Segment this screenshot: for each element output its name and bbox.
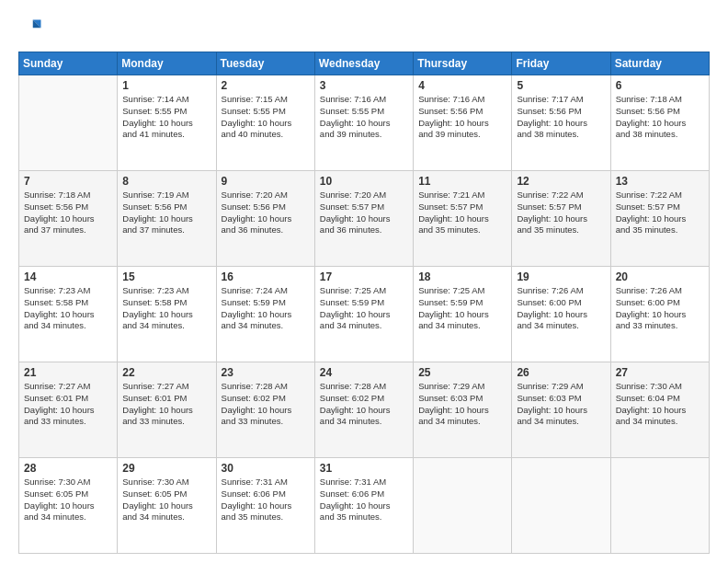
day-info: Sunrise: 7:26 AM Sunset: 6:00 PM Dayligh… (517, 285, 605, 332)
calendar-cell: 22Sunrise: 7:27 AM Sunset: 6:01 PM Dayli… (118, 362, 216, 458)
calendar-cell: 25Sunrise: 7:29 AM Sunset: 6:03 PM Dayli… (414, 362, 512, 458)
day-number: 9 (222, 175, 310, 188)
calendar-cell: 10Sunrise: 7:20 AM Sunset: 5:57 PM Dayli… (314, 171, 413, 267)
day-number: 5 (517, 79, 605, 92)
calendar-cell: 20Sunrise: 7:26 AM Sunset: 6:00 PM Dayli… (610, 267, 709, 362)
logo-icon (18, 17, 44, 42)
calendar-cell: 15Sunrise: 7:23 AM Sunset: 5:58 PM Dayli… (118, 267, 216, 362)
calendar-cell: 30Sunrise: 7:31 AM Sunset: 6:06 PM Dayli… (216, 458, 314, 554)
day-info: Sunrise: 7:16 AM Sunset: 5:55 PM Dayligh… (320, 94, 408, 141)
calendar-table: SundayMondayTuesdayWednesdayThursdayFrid… (18, 52, 710, 554)
col-header-friday: Friday (512, 52, 610, 75)
day-info: Sunrise: 7:31 AM Sunset: 6:06 PM Dayligh… (222, 477, 310, 523)
day-number: 6 (616, 79, 704, 92)
logo (18, 17, 48, 42)
day-info: Sunrise: 7:29 AM Sunset: 6:03 PM Dayligh… (517, 381, 605, 428)
calendar-cell: 11Sunrise: 7:21 AM Sunset: 5:57 PM Dayli… (414, 171, 512, 267)
calendar-cell: 8Sunrise: 7:19 AM Sunset: 5:56 PM Daylig… (118, 171, 216, 267)
day-number: 3 (320, 79, 408, 92)
day-number: 25 (418, 366, 506, 379)
header (18, 17, 710, 42)
calendar-cell: 13Sunrise: 7:22 AM Sunset: 5:57 PM Dayli… (610, 171, 709, 267)
day-info: Sunrise: 7:18 AM Sunset: 5:56 PM Dayligh… (24, 190, 112, 236)
day-info: Sunrise: 7:31 AM Sunset: 6:06 PM Dayligh… (320, 477, 408, 523)
day-info: Sunrise: 7:17 AM Sunset: 5:56 PM Dayligh… (517, 94, 605, 141)
day-info: Sunrise: 7:30 AM Sunset: 6:05 PM Dayligh… (24, 477, 112, 523)
day-number: 14 (24, 270, 112, 283)
col-header-saturday: Saturday (610, 52, 709, 75)
day-info: Sunrise: 7:25 AM Sunset: 5:59 PM Dayligh… (418, 285, 506, 332)
calendar-cell: 6Sunrise: 7:18 AM Sunset: 5:56 PM Daylig… (610, 75, 709, 171)
calendar-cell: 12Sunrise: 7:22 AM Sunset: 5:57 PM Dayli… (512, 171, 610, 267)
calendar-cell: 16Sunrise: 7:24 AM Sunset: 5:59 PM Dayli… (216, 267, 314, 362)
day-info: Sunrise: 7:21 AM Sunset: 5:57 PM Dayligh… (418, 190, 506, 236)
day-info: Sunrise: 7:18 AM Sunset: 5:56 PM Dayligh… (616, 94, 704, 141)
calendar-cell: 3Sunrise: 7:16 AM Sunset: 5:55 PM Daylig… (314, 75, 413, 171)
day-info: Sunrise: 7:19 AM Sunset: 5:56 PM Dayligh… (122, 190, 210, 236)
day-info: Sunrise: 7:20 AM Sunset: 5:56 PM Dayligh… (222, 190, 310, 236)
page: SundayMondayTuesdayWednesdayThursdayFrid… (0, 0, 728, 563)
day-info: Sunrise: 7:26 AM Sunset: 6:00 PM Dayligh… (616, 285, 704, 332)
calendar-cell: 21Sunrise: 7:27 AM Sunset: 6:01 PM Dayli… (19, 362, 118, 458)
calendar-cell: 31Sunrise: 7:31 AM Sunset: 6:06 PM Dayli… (314, 458, 413, 554)
day-info: Sunrise: 7:15 AM Sunset: 5:55 PM Dayligh… (222, 94, 310, 141)
week-row-4: 21Sunrise: 7:27 AM Sunset: 6:01 PM Dayli… (19, 362, 710, 458)
day-info: Sunrise: 7:28 AM Sunset: 6:02 PM Dayligh… (222, 381, 310, 428)
day-number: 20 (616, 270, 704, 283)
day-info: Sunrise: 7:27 AM Sunset: 6:01 PM Dayligh… (122, 381, 210, 428)
calendar-cell: 14Sunrise: 7:23 AM Sunset: 5:58 PM Dayli… (19, 267, 118, 362)
calendar-cell (610, 458, 709, 554)
day-number: 1 (122, 79, 210, 92)
day-info: Sunrise: 7:25 AM Sunset: 5:59 PM Dayligh… (320, 285, 408, 332)
day-number: 17 (320, 270, 408, 283)
day-info: Sunrise: 7:22 AM Sunset: 5:57 PM Dayligh… (517, 190, 605, 236)
day-number: 11 (418, 175, 506, 188)
calendar-cell: 2Sunrise: 7:15 AM Sunset: 5:55 PM Daylig… (216, 75, 314, 171)
calendar-cell: 4Sunrise: 7:16 AM Sunset: 5:56 PM Daylig… (414, 75, 512, 171)
day-number: 23 (222, 366, 310, 379)
day-number: 19 (517, 270, 605, 283)
calendar-cell (512, 458, 610, 554)
day-number: 13 (616, 175, 704, 188)
day-info: Sunrise: 7:24 AM Sunset: 5:59 PM Dayligh… (222, 285, 310, 332)
calendar-cell: 19Sunrise: 7:26 AM Sunset: 6:00 PM Dayli… (512, 267, 610, 362)
calendar-cell: 23Sunrise: 7:28 AM Sunset: 6:02 PM Dayli… (216, 362, 314, 458)
day-info: Sunrise: 7:16 AM Sunset: 5:56 PM Dayligh… (418, 94, 506, 141)
day-number: 21 (24, 366, 112, 379)
calendar-cell: 28Sunrise: 7:30 AM Sunset: 6:05 PM Dayli… (19, 458, 118, 554)
day-number: 4 (418, 79, 506, 92)
col-header-wednesday: Wednesday (314, 52, 413, 75)
week-row-1: 1Sunrise: 7:14 AM Sunset: 5:55 PM Daylig… (19, 75, 710, 171)
day-info: Sunrise: 7:23 AM Sunset: 5:58 PM Dayligh… (122, 285, 210, 332)
day-info: Sunrise: 7:30 AM Sunset: 6:05 PM Dayligh… (122, 477, 210, 523)
day-info: Sunrise: 7:23 AM Sunset: 5:58 PM Dayligh… (24, 285, 112, 332)
day-number: 24 (320, 366, 408, 379)
day-number: 15 (122, 270, 210, 283)
col-header-sunday: Sunday (19, 52, 118, 75)
week-row-5: 28Sunrise: 7:30 AM Sunset: 6:05 PM Dayli… (19, 458, 710, 554)
day-number: 10 (320, 175, 408, 188)
calendar-cell: 1Sunrise: 7:14 AM Sunset: 5:55 PM Daylig… (118, 75, 216, 171)
day-number: 16 (222, 270, 310, 283)
calendar-cell: 5Sunrise: 7:17 AM Sunset: 5:56 PM Daylig… (512, 75, 610, 171)
week-row-2: 7Sunrise: 7:18 AM Sunset: 5:56 PM Daylig… (19, 171, 710, 267)
col-header-tuesday: Tuesday (216, 52, 314, 75)
calendar-cell: 26Sunrise: 7:29 AM Sunset: 6:03 PM Dayli… (512, 362, 610, 458)
calendar-cell: 9Sunrise: 7:20 AM Sunset: 5:56 PM Daylig… (216, 171, 314, 267)
calendar-cell: 29Sunrise: 7:30 AM Sunset: 6:05 PM Dayli… (118, 458, 216, 554)
calendar-cell: 24Sunrise: 7:28 AM Sunset: 6:02 PM Dayli… (314, 362, 413, 458)
day-number: 8 (122, 175, 210, 188)
day-number: 12 (517, 175, 605, 188)
day-number: 26 (517, 366, 605, 379)
calendar-cell: 18Sunrise: 7:25 AM Sunset: 5:59 PM Dayli… (414, 267, 512, 362)
calendar-cell: 7Sunrise: 7:18 AM Sunset: 5:56 PM Daylig… (19, 171, 118, 267)
col-header-thursday: Thursday (414, 52, 512, 75)
day-info: Sunrise: 7:30 AM Sunset: 6:04 PM Dayligh… (616, 381, 704, 428)
day-number: 2 (222, 79, 310, 92)
day-number: 31 (320, 462, 408, 475)
day-number: 30 (222, 462, 310, 475)
day-info: Sunrise: 7:20 AM Sunset: 5:57 PM Dayligh… (320, 190, 408, 236)
calendar-cell: 27Sunrise: 7:30 AM Sunset: 6:04 PM Dayli… (610, 362, 709, 458)
day-info: Sunrise: 7:27 AM Sunset: 6:01 PM Dayligh… (24, 381, 112, 428)
day-info: Sunrise: 7:22 AM Sunset: 5:57 PM Dayligh… (616, 190, 704, 236)
